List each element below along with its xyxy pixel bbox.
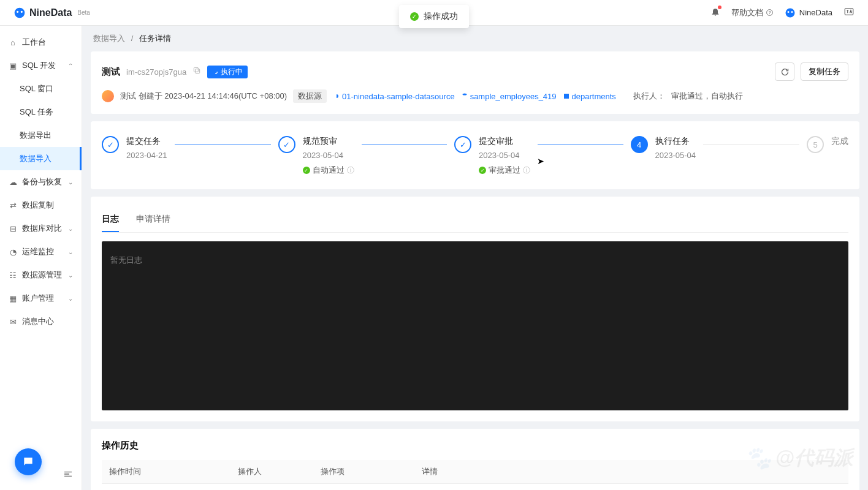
tab-log[interactable]: 日志: [102, 208, 119, 232]
main-content: 数据导入 / 任务详情 测试 im-cs27opjs7gua 执行中: [82, 26, 868, 490]
logo-small-icon: [785, 7, 796, 18]
collapse-sidebar-icon[interactable]: [63, 469, 73, 481]
chevron-down-icon: ⌄: [68, 249, 73, 255]
sidebar: ⌂ 工作台 ▣ SQL 开发 ⌃ SQL 窗口 SQL 任务 数据导出 数据导入…: [0, 26, 82, 490]
success-toast: ✓ 操作成功: [399, 5, 469, 28]
sidebar-item-monitor[interactable]: ◔ 运维监控 ⌄: [0, 240, 82, 263]
sidebar-item-sqltask[interactable]: SQL 任务: [0, 100, 82, 124]
sidebar-item-message[interactable]: ✉ 消息中心: [0, 310, 82, 333]
database-link[interactable]: sample_employees_419: [461, 92, 557, 101]
user-menu[interactable]: NineData: [785, 7, 832, 18]
svg-rect-2: [845, 8, 853, 15]
check-icon: ✓: [278, 136, 295, 153]
tab-detail[interactable]: 申请详情: [136, 208, 170, 232]
log-card: 日志 申请详情 暂无日志: [91, 197, 859, 421]
datasource-label: 数据源: [293, 89, 327, 103]
spinner-icon: [212, 69, 218, 75]
help-icon: ?: [766, 9, 774, 17]
chevron-down-icon: ⌄: [68, 295, 73, 302]
compare-icon: ⊟: [9, 224, 17, 233]
svg-point-5: [213, 70, 218, 74]
table-link[interactable]: departments: [563, 92, 616, 101]
terminal-icon: ▣: [9, 61, 17, 70]
log-panel: 暂无日志: [102, 241, 848, 410]
history-title: 操作历史: [102, 440, 848, 451]
svg-rect-3: [196, 69, 200, 74]
refresh-icon: [780, 67, 790, 77]
copy-task-button[interactable]: 复制任务: [801, 62, 848, 81]
log-empty: 暂无日志: [110, 255, 142, 265]
breadcrumb-link[interactable]: 数据导入: [93, 34, 125, 43]
col-operator: 操作人: [230, 460, 313, 484]
svg-text:?: ?: [768, 10, 771, 15]
sidebar-item-account[interactable]: ▦ 账户管理 ⌄: [0, 287, 82, 310]
sidebar-item-workspace[interactable]: ⌂ 工作台: [0, 31, 82, 54]
breadcrumb-current: 任务详情: [139, 34, 171, 43]
executor-value: 审批通过，自动执行: [671, 91, 743, 102]
brand-logo[interactable]: NineData: [13, 7, 72, 19]
user-icon: ▦: [9, 294, 17, 303]
status-tag: 执行中: [207, 66, 248, 78]
sidebar-item-datasource[interactable]: ☷ 数据源管理 ⌄: [0, 263, 82, 287]
step-2: ✓ 规范预审 2023-05-04 ✓自动通过ⓘ: [278, 136, 455, 176]
link-icon: [333, 92, 340, 100]
chat-icon: [22, 456, 34, 468]
steps-card: ✓ 提交任务 2023-04-21 ✓ 规范预审 2023-05-04 ✓自动通…: [91, 121, 859, 189]
check-icon: ✓: [454, 136, 471, 153]
home-icon: ⌂: [9, 38, 17, 47]
mail-icon: ✉: [9, 317, 17, 326]
col-action: 操作项: [313, 460, 414, 484]
chevron-down-icon: ⌄: [68, 225, 73, 232]
sidebar-item-import[interactable]: 数据导入: [0, 147, 82, 170]
chevron-down-icon: ⌄: [68, 272, 73, 279]
language-icon[interactable]: [843, 6, 855, 20]
creator-line: 测试 创建于 2023-04-21 14:14:46(UTC +08:00): [120, 91, 287, 102]
check-icon: ✓: [102, 136, 119, 153]
table-icon: [563, 92, 570, 100]
table-row: 2023-05-04 17:50:32(UTC +08:00) 测试 审批通过 …: [102, 484, 848, 491]
creator-avatar: [102, 90, 114, 102]
chevron-down-icon: ⌄: [68, 179, 73, 186]
sidebar-item-export[interactable]: 数据导出: [0, 124, 82, 147]
beta-tag: Beta: [77, 9, 90, 16]
svg-rect-7: [564, 94, 569, 99]
copy-icon: ⇄: [9, 201, 17, 209]
cloud-icon: ☁: [9, 178, 17, 186]
datasource-link[interactable]: 01-ninedata-sample-datasource: [333, 92, 455, 101]
sidebar-item-sqlwindow[interactable]: SQL 窗口: [0, 77, 82, 100]
info-icon[interactable]: ⓘ: [523, 165, 530, 176]
database-icon: [461, 92, 468, 100]
chat-fab[interactable]: [15, 448, 42, 475]
paw-icon: 🐾: [744, 445, 772, 471]
task-header-card: 测试 im-cs27opjs7gua 执行中 复制任务 测试: [91, 51, 859, 114]
chevron-up-icon: ⌃: [68, 62, 73, 69]
col-time: 操作时间: [102, 460, 230, 484]
monitor-icon: ◔: [9, 247, 17, 256]
sidebar-item-replicate[interactable]: ⇄ 数据复制: [0, 194, 82, 217]
sidebar-item-backup[interactable]: ☁ 备份与恢复 ⌄: [0, 170, 82, 194]
step-3: ✓ 提交审批 2023-05-04 ✓审批通过ⓘ: [454, 136, 631, 176]
watermark: 🐾 @代码派: [744, 445, 853, 472]
help-link[interactable]: 帮助文档 ?: [731, 7, 774, 18]
copy-id-icon[interactable]: [192, 66, 201, 77]
check-icon: ✓: [410, 12, 419, 21]
step-1: ✓ 提交任务 2023-04-21: [102, 136, 278, 160]
executor-label: 执行人：: [633, 91, 665, 102]
svg-rect-4: [194, 67, 199, 72]
sidebar-item-sqldev[interactable]: ▣ SQL 开发 ⌃: [0, 54, 82, 77]
sidebar-item-compare[interactable]: ⊟ 数据库对比 ⌄: [0, 217, 82, 240]
step-5: 5 完成: [807, 136, 848, 153]
info-icon[interactable]: ⓘ: [347, 165, 354, 176]
brand-name: NineData: [29, 7, 72, 18]
database-icon: ☷: [9, 271, 17, 279]
task-id: im-cs27opjs7gua: [126, 67, 186, 77]
step-4: 4 执行任务 2023-05-04: [631, 136, 807, 160]
logo-icon: [13, 7, 26, 19]
refresh-button[interactable]: [775, 62, 794, 81]
notification-icon[interactable]: [710, 7, 720, 19]
breadcrumb: 数据导入 / 任务详情: [82, 26, 868, 51]
task-title: 测试: [102, 66, 120, 78]
svg-point-6: [462, 94, 466, 96]
